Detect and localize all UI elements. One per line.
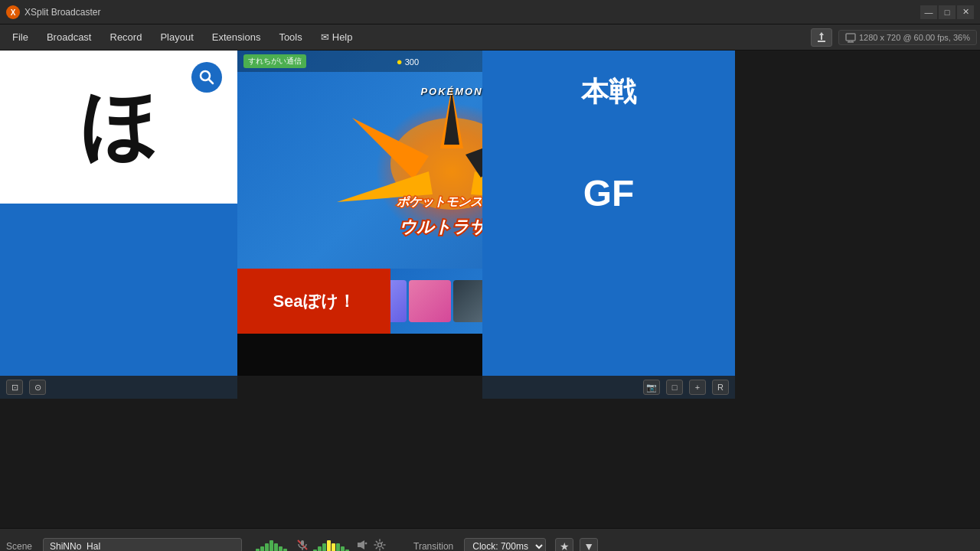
controls-panel: Scene (0, 528, 980, 551)
sprite-3 (409, 280, 451, 322)
preview-ctrl-pip[interactable]: □ (666, 380, 683, 395)
vol-bar (283, 549, 287, 552)
vol-bar (256, 549, 260, 552)
preview-controls-bar: ⊡ ⊙ 📷 □ + R (0, 376, 735, 399)
vol-bar (336, 543, 340, 552)
scene-label: Scene (6, 541, 37, 552)
transition-label: Transition (413, 541, 453, 552)
svg-marker-21 (358, 540, 364, 549)
menu-broadcast[interactable]: Broadcast (38, 28, 101, 46)
maximize-button[interactable]: □ (939, 5, 956, 19)
resolution-text: 980 x 551 @ 60.00 fps, 36% (859, 33, 970, 42)
vol-bar (322, 543, 326, 552)
share-button[interactable] (811, 28, 832, 47)
title-bar: X XSplit Broadcaster — □ ✕ (0, 0, 980, 24)
vol-bar (260, 546, 264, 552)
menu-right: 980 x 551 @ 60.00 fps, 36% (811, 28, 977, 47)
streetpass-badge: すれちがい通信 (243, 54, 306, 68)
menu-file[interactable]: File (3, 28, 38, 46)
vol-bar (279, 546, 283, 552)
app-title: XSplit Broadcaster (24, 7, 920, 18)
transition-header-inline: Transition Clock: 700ms Cut Fade: 500ms … (407, 538, 604, 552)
menu-help[interactable]: ✉Help (312, 28, 362, 46)
volume-bars-right (313, 539, 349, 552)
vol-bar (274, 543, 278, 552)
search-circle (191, 62, 222, 93)
coin-display: ● 300 (397, 56, 419, 67)
vol-bar (265, 543, 269, 552)
preview-ctrl-camera[interactable]: 📷 (643, 380, 660, 395)
menu-record[interactable]: Record (101, 28, 152, 46)
player-tag-left: Seaぽけ！ (237, 269, 390, 334)
vol-bar (318, 546, 322, 552)
vol-bar (341, 546, 345, 552)
left-panel: ほ (0, 51, 237, 399)
vol-bar (270, 540, 273, 552)
preview-ctrl-2[interactable]: ⊙ (29, 380, 46, 395)
pokemon-text: POKÉMON (420, 86, 482, 97)
scene-row: Scene (0, 529, 980, 551)
preview-ctrl-r[interactable]: R (712, 380, 729, 395)
right-text-panels: 本戦 GF (482, 51, 735, 399)
transition-arrow-button[interactable]: ▼ (580, 538, 598, 552)
sprite-2 (390, 280, 407, 322)
menu-tools[interactable]: Tools (270, 28, 311, 46)
audio-controls-left (251, 539, 349, 552)
audio-settings-button[interactable] (374, 539, 386, 551)
transition-add-button[interactable]: ★ (555, 538, 573, 552)
vol-bar-yellow (332, 543, 335, 552)
ho-icon-box: ほ (0, 51, 237, 204)
gf-label: GF (583, 172, 635, 214)
preview-ctrl-plus[interactable]: + (689, 380, 706, 395)
blue-panel (0, 204, 237, 399)
volume-bars-left (251, 539, 292, 552)
vol-bar-yellow (327, 540, 331, 552)
menu-playout[interactable]: Playout (151, 28, 202, 46)
menu-extensions[interactable]: Extensions (203, 28, 270, 46)
ho-kanji: ほ (80, 76, 158, 179)
svg-rect-2 (846, 34, 855, 41)
scene-input[interactable] (43, 538, 242, 552)
mute-button[interactable] (355, 539, 368, 551)
transition-select[interactable]: Clock: 700ms Cut Fade: 500ms (464, 538, 546, 552)
svg-rect-19 (301, 540, 304, 546)
honsen-label: 本戦 (581, 73, 636, 111)
mic-icon[interactable] (296, 539, 309, 551)
app-icon: X (6, 5, 20, 19)
preview-ctrl-1[interactable]: ⊡ (6, 380, 23, 395)
close-button[interactable]: ✕ (957, 5, 974, 19)
window-controls: — □ ✕ (920, 5, 974, 19)
svg-text:X: X (11, 8, 16, 17)
main-area: ほ すれちがい通信 ● 300 7/12(水) 22 47 ⊡ (0, 51, 980, 528)
preview-area: ほ すれちがい通信 ● 300 7/12(水) 22 47 ⊡ (0, 51, 735, 399)
resolution-info: 980 x 551 @ 60.00 fps, 36% (838, 30, 977, 45)
minimize-button[interactable]: — (920, 5, 937, 19)
svg-line-7 (209, 80, 214, 84)
menu-bar: File Broadcast Record Playout Extensions… (0, 24, 980, 51)
